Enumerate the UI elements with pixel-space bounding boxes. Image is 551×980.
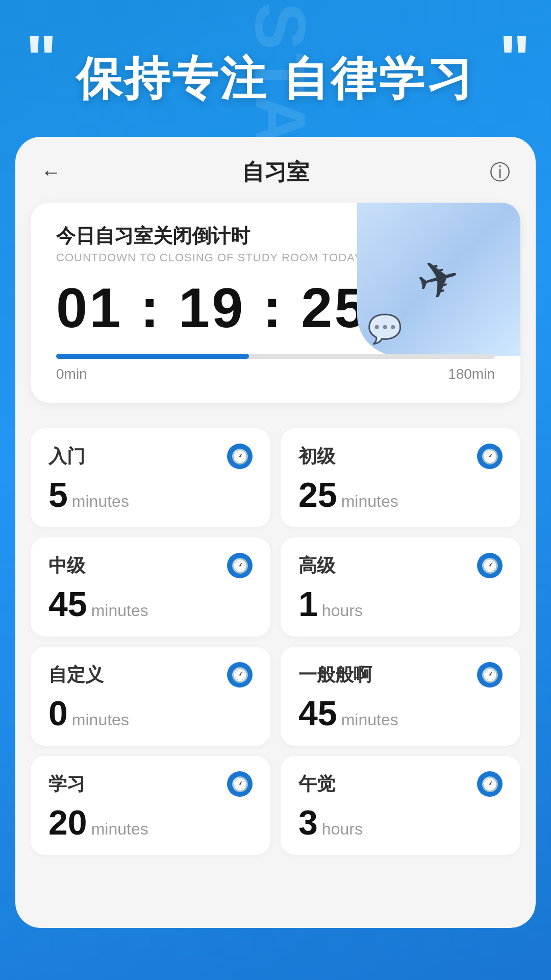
duration-unit: minutes xyxy=(72,710,129,729)
option-duration: 45 minutes xyxy=(298,696,503,730)
options-grid: 入门 🕐 5 minutes 初级 🕐 25 minutes 中级 🕐 xyxy=(15,418,536,875)
option-duration: 45 minutes xyxy=(48,586,253,621)
clock-icon-xuexi: 🕐 xyxy=(227,771,253,797)
option-card-rumen[interactable]: 入门 🕐 5 minutes xyxy=(31,428,270,527)
option-header: 学习 🕐 xyxy=(48,771,253,797)
option-name: 学习 xyxy=(48,772,85,797)
option-card-zidingyi[interactable]: 自定义 🕐 0 minutes xyxy=(31,647,270,746)
option-duration: 3 hours xyxy=(298,805,503,840)
back-button[interactable]: ← xyxy=(41,161,71,184)
duration-unit: minutes xyxy=(91,820,148,839)
duration-unit: minutes xyxy=(72,492,129,511)
option-name: 午觉 xyxy=(298,772,335,797)
countdown-illustration: ✈ 💬 xyxy=(357,203,520,356)
option-duration: 20 minutes xyxy=(48,805,253,840)
progress-max-label: 180min xyxy=(448,366,495,382)
option-card-wujiao[interactable]: 午觉 🕐 3 hours xyxy=(281,756,520,855)
duration-unit: minutes xyxy=(341,710,398,729)
option-duration: 0 minutes xyxy=(48,696,253,730)
option-name: 高级 xyxy=(298,553,335,578)
clock-icon-rumen: 🕐 xyxy=(227,444,253,469)
clock-icon-yibanbala: 🕐 xyxy=(477,662,503,688)
progress-labels: 0min 180min xyxy=(56,366,495,382)
option-header: 中级 🕐 xyxy=(48,553,253,578)
chat-bubble-icon: 💬 xyxy=(367,312,403,346)
option-name: 初级 xyxy=(298,444,335,469)
progress-bar-container: 0min 180min xyxy=(56,354,495,382)
option-card-chuji[interactable]: 初级 🕐 25 minutes xyxy=(281,428,520,527)
duration-number: 45 xyxy=(298,696,337,730)
progress-fill xyxy=(56,354,249,359)
duration-unit: minutes xyxy=(341,492,398,511)
duration-number: 0 xyxy=(48,696,68,730)
progress-min-label: 0min xyxy=(56,366,87,382)
option-card-yibanbala[interactable]: 一般般啊 🕐 45 minutes xyxy=(281,647,520,746)
header-title: 保持专注 自律学习 xyxy=(31,41,520,106)
duration-unit: minutes xyxy=(91,601,148,620)
clock-icon-gaoji: 🕐 xyxy=(477,553,503,578)
option-header: 午觉 🕐 xyxy=(298,771,503,797)
duration-number: 20 xyxy=(48,805,87,840)
illustration-inner: ✈ 💬 xyxy=(357,203,520,356)
option-card-zhongji[interactable]: 中级 🕐 45 minutes xyxy=(31,537,270,636)
progress-track xyxy=(56,354,495,359)
clock-icon-zhongji: 🕐 xyxy=(227,553,253,578)
quote-open-mark: " xyxy=(26,26,57,92)
option-header: 入门 🕐 xyxy=(48,444,253,469)
option-duration: 5 minutes xyxy=(48,477,253,512)
option-card-xuexi[interactable]: 学习 🕐 20 minutes xyxy=(31,756,270,855)
countdown-card: ✈ 💬 今日自习室关闭倒计时 COUNTDOWN TO CLOSING OF S… xyxy=(31,203,520,403)
option-header: 高级 🕐 xyxy=(298,553,503,578)
header-section: " " 保持专注 自律学习 xyxy=(0,0,551,127)
clock-icon-zidingyi: 🕐 xyxy=(227,662,253,688)
duration-unit: hours xyxy=(322,820,363,839)
option-name: 中级 xyxy=(48,553,85,578)
main-card: ← 自习室 ⓘ ✈ 💬 今日自习室关闭倒计时 COUNTDOWN TO CLOS… xyxy=(15,137,536,928)
duration-unit: hours xyxy=(322,601,363,620)
option-header: 一般般啊 🕐 xyxy=(298,662,503,688)
option-header: 自定义 🕐 xyxy=(48,662,253,688)
option-card-gaoji[interactable]: 高级 🕐 1 hours xyxy=(281,537,520,636)
duration-number: 25 xyxy=(298,477,337,512)
option-duration: 1 hours xyxy=(298,586,503,621)
option-name: 入门 xyxy=(48,444,85,469)
option-name: 一般般啊 xyxy=(298,663,372,688)
option-header: 初级 🕐 xyxy=(298,444,503,469)
clock-icon-chuji: 🕐 xyxy=(477,444,503,469)
info-button[interactable]: ⓘ xyxy=(480,158,510,186)
quote-close-mark: " xyxy=(499,26,531,92)
topbar: ← 自习室 ⓘ xyxy=(15,137,536,203)
option-duration: 25 minutes xyxy=(298,477,503,512)
duration-number: 3 xyxy=(298,805,318,840)
page-title: 自习室 xyxy=(242,157,309,187)
plane-icon: ✈ xyxy=(410,245,467,314)
duration-number: 5 xyxy=(48,477,68,512)
clock-icon-wujiao: 🕐 xyxy=(477,771,503,797)
duration-number: 45 xyxy=(48,586,87,621)
option-name: 自定义 xyxy=(48,663,104,688)
duration-number: 1 xyxy=(298,586,318,621)
